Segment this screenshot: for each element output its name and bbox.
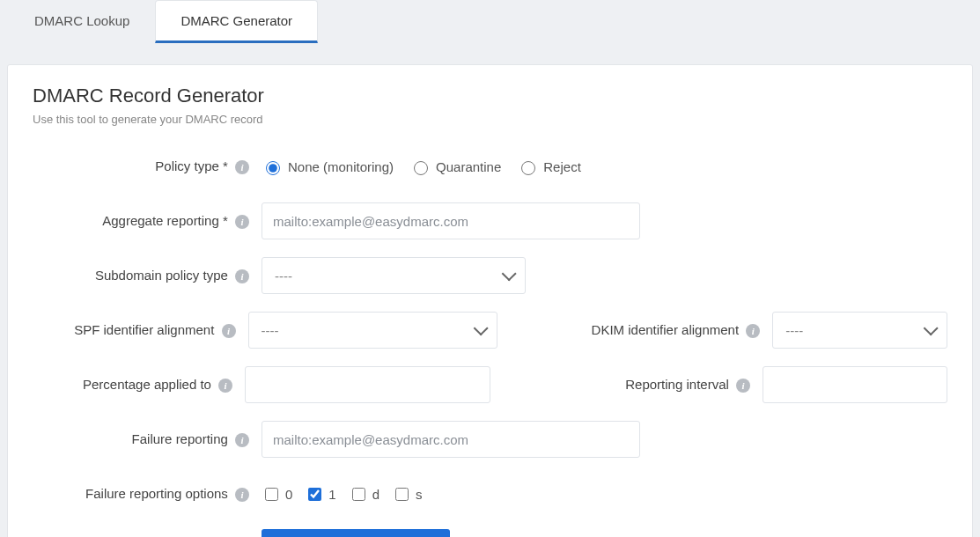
info-icon[interactable]: i (736, 379, 750, 393)
pct-text: Percentage applied to (83, 377, 211, 392)
failure-opt-0-check[interactable] (265, 488, 278, 501)
failure-opts-text: Failure reporting options (85, 486, 228, 501)
policy-type-radios: None (monitoring) Quarantine Reject (262, 158, 581, 175)
tab-lookup[interactable]: DMARC Lookup (9, 0, 155, 43)
failure-reporting-input[interactable] (262, 421, 640, 458)
info-icon[interactable]: i (235, 488, 249, 502)
failure-opt-0[interactable]: 0 (262, 485, 292, 504)
failure-opt-s-label: s (416, 487, 423, 502)
policy-quarantine[interactable]: Quarantine (409, 158, 501, 175)
spf-align-select[interactable]: ---- (248, 312, 497, 349)
info-icon[interactable]: i (235, 215, 249, 229)
failure-opt-s[interactable]: s (392, 485, 423, 504)
policy-reject-label: Reject (543, 159, 581, 174)
spf-text: SPF identifier alignment (74, 322, 214, 337)
generate-button[interactable]: Generate DMARC Record (262, 529, 450, 537)
spf-align-value: ---- (262, 323, 279, 338)
dkim-align-select[interactable]: ---- (772, 312, 947, 349)
info-icon[interactable]: i (235, 160, 249, 174)
policy-quarantine-radio[interactable] (414, 161, 428, 175)
info-icon[interactable]: i (235, 433, 249, 447)
spf-label: SPF identifier alignment i (33, 322, 248, 338)
subdomain-policy-value: ---- (275, 268, 292, 283)
dkim-text: DKIM identifier alignment (592, 322, 740, 337)
failure-opt-0-label: 0 (285, 487, 292, 502)
page-title: DMARC Record Generator (33, 85, 947, 107)
policy-type-label: Policy type * i (33, 158, 262, 174)
policy-type-text: Policy type * (155, 158, 228, 173)
failure-opt-1-label: 1 (328, 487, 335, 502)
interval-label: Reporting interval i (526, 377, 763, 393)
policy-reject[interactable]: Reject (517, 158, 581, 175)
tab-generator-label: DMARC Generator (181, 13, 292, 28)
failure-opt-s-check[interactable] (395, 488, 409, 501)
subdomain-policy-select[interactable]: ---- (262, 257, 526, 294)
percentage-input[interactable] (245, 366, 490, 403)
policy-none-radio[interactable] (266, 161, 280, 175)
chevron-down-icon (924, 320, 939, 335)
failure-opt-d-label: d (372, 487, 379, 502)
policy-none-label: None (monitoring) (288, 159, 394, 174)
chevron-down-icon (473, 320, 488, 335)
failure-opt-1[interactable]: 1 (305, 485, 335, 504)
dkim-align-value: ---- (785, 323, 803, 338)
tab-generator[interactable]: DMARC Generator (155, 0, 318, 43)
failure-opt-d-check[interactable] (352, 488, 365, 501)
info-icon[interactable]: i (218, 379, 232, 393)
page-subtitle: Use this tool to generate your DMARC rec… (33, 113, 947, 126)
aggregate-label: Aggregate reporting * i (33, 213, 262, 229)
failure-opt-d[interactable]: d (349, 485, 379, 504)
subdomain-label: Subdomain policy type i (33, 268, 262, 283)
tabs: DMARC Lookup DMARC Generator (0, 0, 980, 43)
pct-label: Percentage applied to i (33, 377, 245, 393)
failure-opts-label: Failure reporting options i (33, 486, 262, 502)
tab-lookup-label: DMARC Lookup (34, 13, 129, 28)
aggregate-reporting-input[interactable] (262, 202, 640, 239)
policy-reject-radio[interactable] (521, 161, 535, 175)
info-icon[interactable]: i (235, 269, 249, 283)
failure-label: Failure reporting i (33, 431, 262, 447)
info-icon[interactable]: i (222, 324, 236, 338)
interval-text: Reporting interval (625, 377, 729, 392)
dkim-label: DKIM identifier alignment i (533, 322, 773, 338)
policy-quarantine-label: Quarantine (436, 159, 501, 174)
failure-text: Failure reporting (132, 431, 228, 446)
subdomain-text: Subdomain policy type (95, 268, 228, 283)
generator-panel: DMARC Record Generator Use this tool to … (7, 64, 973, 537)
aggregate-text: Aggregate reporting * (102, 213, 228, 228)
failure-opt-1-check[interactable] (308, 488, 321, 501)
policy-none[interactable]: None (monitoring) (262, 158, 394, 175)
interval-input[interactable] (763, 366, 947, 403)
chevron-down-icon (502, 266, 517, 281)
info-icon[interactable]: i (746, 324, 760, 338)
failure-option-checks: 0 1 d s (262, 485, 423, 504)
